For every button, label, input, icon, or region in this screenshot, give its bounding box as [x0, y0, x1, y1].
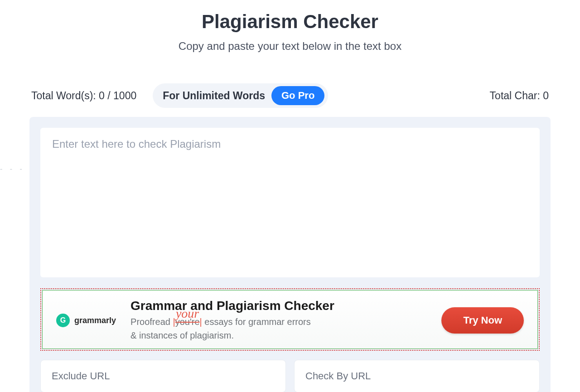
plagiarism-input[interactable]: [40, 128, 540, 277]
ad-container: G grammarly Grammar and Plagiarism Check…: [40, 288, 540, 351]
ad-text: Proofread your|you're| essays for gramma…: [130, 315, 427, 342]
unlimited-pill: For Unlimited Words Go Pro: [153, 83, 328, 108]
ad-text-suffix: essays for grammar errors: [202, 317, 311, 327]
go-pro-button[interactable]: Go Pro: [271, 86, 324, 105]
url-row: [40, 360, 540, 392]
ad-banner[interactable]: G grammarly Grammar and Plagiarism Check…: [42, 290, 538, 349]
exclude-url-input[interactable]: [40, 360, 286, 392]
ad-text-line2: & instances of plagiarism.: [130, 330, 234, 340]
stats-row: Total Word(s): 0 / 1000 For Unlimited Wo…: [29, 83, 551, 108]
ad-brand-name: grammarly: [74, 316, 116, 325]
ad-correction-word: your: [176, 304, 199, 323]
word-count: Total Word(s): 0 / 1000: [31, 90, 136, 102]
page-title: Plagiarism Checker: [29, 11, 551, 33]
try-now-button[interactable]: Try Now: [441, 307, 524, 334]
decorative-dots: - - - -: [0, 165, 27, 173]
ad-body: Grammar and Plagiarism Checker Proofread…: [130, 299, 427, 342]
editor-panel: G grammarly Grammar and Plagiarism Check…: [29, 117, 551, 392]
ad-heading: Grammar and Plagiarism Checker: [130, 299, 427, 313]
char-count: Total Char: 0: [490, 90, 549, 102]
ad-correction-wrap: your|you're|: [173, 315, 202, 329]
strike-right: |: [200, 317, 202, 327]
grammarly-icon: G: [56, 314, 70, 327]
page-subtitle: Copy and paste your text below in the te…: [29, 40, 551, 53]
ad-text-prefix: Proofread: [130, 317, 173, 327]
ad-logo: G grammarly: [56, 314, 116, 327]
unlimited-text: For Unlimited Words: [163, 90, 265, 102]
check-by-url-input[interactable]: [294, 360, 540, 392]
